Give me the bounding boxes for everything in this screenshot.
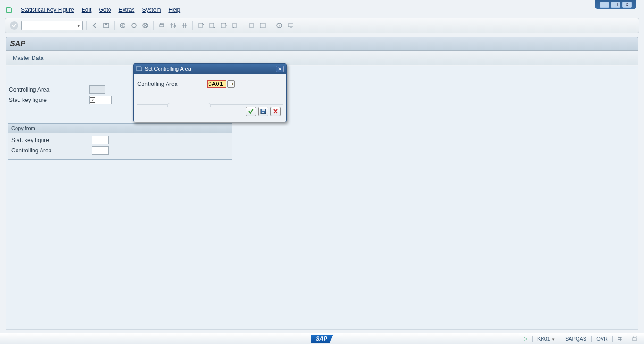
help-icon[interactable]: ? bbox=[275, 21, 284, 30]
dialog-close-button[interactable]: ✕ bbox=[276, 66, 284, 72]
svg-rect-20 bbox=[262, 112, 264, 113]
sap-logo: SAP bbox=[311, 335, 333, 343]
master-data-button[interactable]: Master Data bbox=[13, 55, 43, 61]
copy-from-header: Copy from bbox=[8, 124, 232, 133]
exit-nav-icon[interactable] bbox=[130, 21, 138, 30]
menu-edit[interactable]: Edit bbox=[82, 7, 92, 13]
status-expand-icon[interactable]: ▷ bbox=[524, 336, 527, 341]
content-area: Controlling Area Stat. key figure ✓ Copy… bbox=[6, 66, 638, 330]
print-icon[interactable] bbox=[158, 21, 166, 30]
copy-controlling-area-row: Controlling Area bbox=[11, 145, 229, 156]
menu-statistical-key-figure[interactable]: Statistical Key Figure bbox=[21, 7, 74, 13]
first-page-icon[interactable] bbox=[197, 21, 205, 30]
menu-goto[interactable]: Goto bbox=[99, 7, 111, 13]
svg-rect-10 bbox=[210, 23, 214, 28]
set-controlling-area-dialog: Set Controlling Area ✕ Controlling Area bbox=[133, 63, 287, 122]
save-icon[interactable] bbox=[102, 21, 110, 30]
enter-button[interactable] bbox=[10, 21, 18, 30]
standard-toolbar: ▾ ? bbox=[5, 18, 639, 33]
status-sep-icon[interactable]: ⇆ bbox=[618, 336, 622, 342]
close-button[interactable]: ✕ bbox=[622, 2, 632, 8]
svg-rect-17 bbox=[288, 24, 293, 27]
maximize-button[interactable]: ❐ bbox=[611, 2, 620, 8]
dialog-controlling-area-label: Controlling Area bbox=[137, 81, 201, 87]
new-session-icon[interactable] bbox=[247, 21, 256, 30]
f4-icon bbox=[230, 83, 233, 85]
svg-rect-19 bbox=[262, 109, 265, 111]
menu-bar: Statistical Key Figure Edit Goto Extras … bbox=[5, 5, 180, 15]
svg-rect-1 bbox=[105, 23, 107, 25]
svg-rect-6 bbox=[160, 23, 163, 25]
dialog-controlling-area-row: Controlling Area bbox=[137, 79, 283, 89]
dialog-cancel-button[interactable] bbox=[270, 107, 281, 116]
menu-help[interactable]: Help bbox=[168, 7, 180, 13]
controlling-area-input bbox=[89, 85, 105, 94]
back-icon[interactable] bbox=[91, 21, 99, 30]
status-bar: SAP ▷ KK01 ▼ SAPQAS OVR ⇆ bbox=[0, 333, 644, 344]
minimize-button[interactable]: — bbox=[600, 2, 609, 8]
last-page-icon[interactable] bbox=[231, 21, 239, 30]
chevron-down-icon[interactable]: ▾ bbox=[75, 21, 82, 30]
cancel-nav-icon[interactable] bbox=[141, 21, 150, 30]
svg-point-2 bbox=[120, 23, 125, 28]
dialog-button-bar bbox=[137, 104, 283, 118]
title-bar: SAP bbox=[6, 37, 638, 51]
svg-rect-5 bbox=[160, 25, 164, 27]
menu-extras[interactable]: Extras bbox=[118, 7, 134, 13]
next-page-icon[interactable] bbox=[219, 21, 228, 30]
dialog-continue-button[interactable] bbox=[246, 107, 256, 116]
status-lock-icon[interactable] bbox=[632, 336, 637, 342]
row-stat-key-figure: Stat. key figure ✓ bbox=[9, 95, 112, 105]
copy-from-group: Copy from Stat. key figure Controlling A… bbox=[8, 123, 232, 160]
status-system: SAPQAS bbox=[565, 336, 586, 342]
chevron-down-icon: ▼ bbox=[552, 337, 555, 342]
controlling-area-label: Controlling Area bbox=[9, 86, 84, 93]
application-toolbar: Master Data bbox=[6, 51, 638, 65]
status-mode: OVR bbox=[596, 336, 608, 342]
svg-text:?: ? bbox=[278, 24, 281, 28]
shortcut-icon[interactable] bbox=[259, 21, 267, 30]
find-icon[interactable] bbox=[169, 21, 177, 30]
layout-icon[interactable] bbox=[286, 21, 295, 30]
svg-rect-13 bbox=[249, 24, 254, 27]
copy-stat-key-figure-row: Stat. key figure bbox=[11, 135, 229, 145]
svg-rect-12 bbox=[233, 23, 236, 28]
dialog-title-text: Set Controlling Area bbox=[145, 66, 191, 72]
find-next-icon[interactable] bbox=[180, 21, 189, 30]
stat-key-figure-label: Stat. key figure bbox=[9, 97, 84, 103]
prev-page-icon[interactable] bbox=[208, 21, 217, 30]
dialog-controlling-area-input[interactable] bbox=[207, 80, 226, 88]
app-title: SAP bbox=[10, 40, 25, 48]
menu-system[interactable]: System bbox=[142, 7, 161, 13]
svg-rect-9 bbox=[199, 23, 202, 28]
f4-help-button[interactable] bbox=[227, 80, 235, 88]
sap-menu-icon[interactable] bbox=[5, 6, 13, 14]
dialog-icon bbox=[136, 66, 142, 72]
back-nav-icon[interactable] bbox=[118, 21, 127, 30]
copy-stat-key-figure-input[interactable] bbox=[92, 136, 109, 144]
command-field[interactable]: ▾ bbox=[21, 21, 83, 30]
app-window: — ❐ ✕ Statistical Key Figure Edit Goto E… bbox=[0, 0, 644, 344]
copy-controlling-area-label: Controlling Area bbox=[11, 147, 87, 154]
window-controls: — ❐ ✕ bbox=[595, 0, 636, 9]
row-controlling-area: Controlling Area bbox=[9, 85, 105, 94]
copy-stat-key-figure-label: Stat. key figure bbox=[11, 137, 87, 143]
svg-rect-11 bbox=[221, 23, 225, 28]
stat-key-figure-checkbox[interactable]: ✓ bbox=[90, 97, 95, 103]
dialog-save-button[interactable] bbox=[258, 107, 268, 116]
dialog-title-bar[interactable]: Set Controlling Area ✕ bbox=[134, 64, 286, 74]
svg-rect-14 bbox=[260, 23, 265, 28]
svg-rect-21 bbox=[633, 338, 636, 341]
copy-controlling-area-input[interactable] bbox=[92, 146, 109, 155]
status-tcode[interactable]: KK01 ▼ bbox=[537, 336, 555, 342]
